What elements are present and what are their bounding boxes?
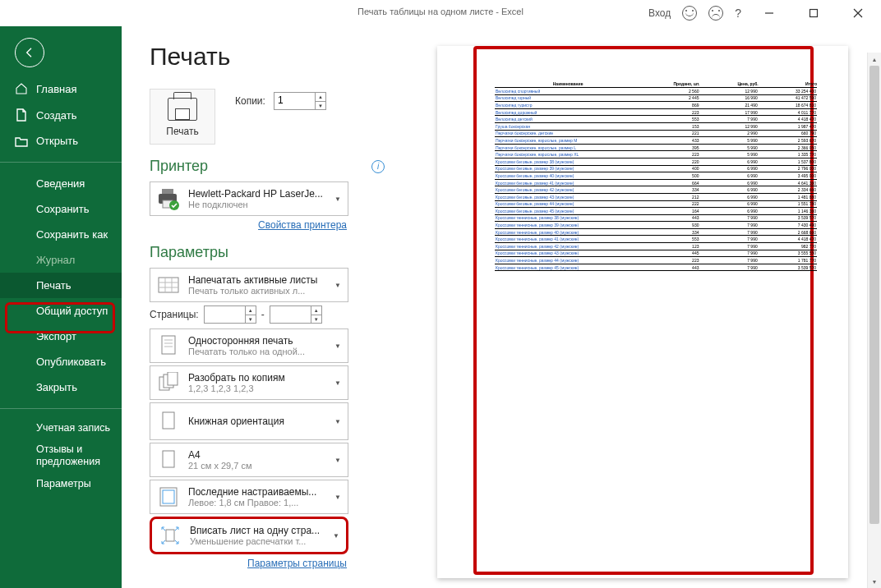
pages-separator: -	[261, 309, 265, 320]
dd-collate[interactable]: Разобрать по копиям1,2,3 1,2,3 1,2,3 ▼	[150, 365, 348, 400]
nav-closefile[interactable]: Закрыть	[0, 374, 122, 400]
preview-sheet: НаименованиеПродано, шт.Цена, руб.Итого …	[437, 46, 848, 578]
printer-status-icon	[155, 186, 182, 212]
nav-print[interactable]: Печать	[0, 273, 122, 298]
title-bar: Печать таблицы на одном листе - Excel Вх…	[0, 0, 881, 26]
page-setup-link[interactable]: Параметры страницы	[247, 558, 347, 569]
dd-print-active-sheets[interactable]: Напечатать активные листыПечать только а…	[150, 268, 348, 302]
collate-icon	[155, 370, 182, 396]
papersize-icon	[155, 447, 182, 473]
nav-publish[interactable]: Опубликовать	[0, 349, 122, 374]
print-settings-pane: Печать Печать Копии: ▲▼ Принтер i	[122, 26, 404, 588]
window-title: Печать таблицы на одном листе - Excel	[357, 7, 524, 16]
chevron-down-icon: ▼	[334, 342, 343, 350]
scroll-up-button[interactable]: ▲	[868, 53, 881, 66]
dd-margins[interactable]: Последние настраиваемы...Левое: 1,8 см П…	[150, 480, 348, 514]
nav-open[interactable]: Открыть	[0, 128, 122, 154]
svg-rect-5	[162, 189, 173, 194]
svg-rect-19	[168, 372, 178, 385]
back-button[interactable]	[15, 38, 44, 67]
chevron-down-icon: ▼	[334, 195, 343, 203]
page-to-input[interactable]: ▲▼	[270, 305, 322, 324]
svg-rect-21	[163, 451, 174, 467]
portrait-icon	[155, 408, 182, 434]
feedback-happy-icon[interactable]	[682, 6, 697, 21]
preview-table: НаименованиеПродано, шт.Цена, руб.Итого …	[495, 80, 817, 271]
minimize-button[interactable]	[753, 3, 786, 23]
nav-export[interactable]: Экспорт	[0, 324, 122, 349]
sign-in-link[interactable]: Вход	[648, 7, 671, 19]
onesided-icon	[155, 333, 182, 359]
backstage-sidebar: Главная Создать Открыть Сведения Сохрани…	[0, 26, 122, 588]
chevron-down-icon: ▼	[334, 494, 343, 501]
fit-icon	[157, 522, 183, 549]
printer-dropdown[interactable]: Hewlett-Packard HP LaserJe... Не подключ…	[150, 181, 348, 216]
chevron-down-icon: ▼	[334, 379, 343, 387]
sheets-icon	[155, 272, 182, 298]
close-button[interactable]	[842, 3, 874, 23]
print-button-label: Печать	[166, 126, 198, 137]
copies-input[interactable]: ▲▼	[274, 92, 326, 110]
printer-icon	[168, 98, 197, 121]
maximize-button[interactable]	[797, 3, 830, 23]
page-from-input[interactable]: ▲▼	[204, 305, 256, 324]
chevron-down-icon: ▼	[334, 457, 343, 464]
section-printer: Принтер i	[150, 158, 404, 175]
pages-label: Страницы:	[150, 309, 199, 320]
svg-rect-1	[810, 10, 818, 17]
svg-rect-23	[163, 490, 174, 503]
dd-one-sided[interactable]: Односторонняя печатьПечатать только на о…	[150, 328, 348, 363]
svg-rect-24	[166, 530, 174, 541]
info-icon[interactable]: i	[371, 160, 385, 173]
chevron-down-icon: ▼	[334, 418, 343, 425]
nav-saveas[interactable]: Сохранить как	[0, 222, 122, 247]
nav-home[interactable]: Главная	[0, 76, 122, 102]
nav-feedback[interactable]: Отзывы и предложения	[0, 439, 122, 473]
feedback-sad-icon[interactable]	[708, 6, 723, 21]
help-button[interactable]: ?	[735, 7, 741, 20]
print-button[interactable]: Печать	[150, 89, 215, 145]
svg-rect-8	[159, 278, 178, 292]
section-settings: Параметры	[150, 244, 404, 261]
open-icon	[15, 136, 28, 147]
svg-rect-20	[163, 412, 174, 429]
nav-save[interactable]: Сохранить	[0, 196, 122, 222]
vertical-scrollbar[interactable]: ▲ ▼	[867, 53, 881, 588]
home-icon	[15, 82, 28, 95]
margins-icon	[155, 484, 182, 510]
chevron-down-icon: ▼	[333, 532, 341, 540]
nav-label: Главная	[36, 83, 76, 95]
nav-share[interactable]: Общий доступ	[0, 298, 122, 324]
nav-options[interactable]: Параметры	[0, 473, 122, 494]
printer-properties-link[interactable]: Свойства принтера	[258, 219, 347, 231]
scroll-down-button[interactable]: ▼	[868, 575, 881, 588]
nav-label: Создать	[36, 109, 76, 122]
svg-rect-13	[162, 336, 175, 354]
nav-new[interactable]: Создать	[0, 102, 122, 128]
nav-account[interactable]: Учетная запись	[0, 417, 122, 439]
dd-scaling-fit-sheet[interactable]: Вписать лист на одну стра...Уменьшение р…	[150, 517, 348, 554]
printer-name: Hewlett-Packard HP LaserJe...	[188, 188, 328, 200]
scroll-thumb[interactable]	[869, 66, 879, 524]
printer-status: Не подключен	[188, 200, 328, 209]
print-preview: НаименованиеПродано, шт.Цена, руб.Итого …	[404, 26, 881, 588]
new-icon	[15, 108, 28, 122]
nav-history: Журнал	[0, 247, 122, 273]
dd-paper-size[interactable]: A421 см x 29,7 см ▼	[150, 443, 348, 477]
dd-orientation[interactable]: Книжная ориентация ▼	[150, 402, 348, 440]
nav-info[interactable]: Сведения	[0, 171, 122, 196]
copies-label: Копии:	[235, 95, 265, 107]
nav-label: Открыть	[36, 135, 78, 147]
print-view: Печать Печать Копии: ▲▼ Принтер i	[122, 26, 881, 588]
spin-arrows[interactable]: ▲▼	[315, 93, 325, 109]
chevron-down-icon: ▼	[334, 282, 343, 289]
page-title: Печать	[150, 43, 404, 71]
